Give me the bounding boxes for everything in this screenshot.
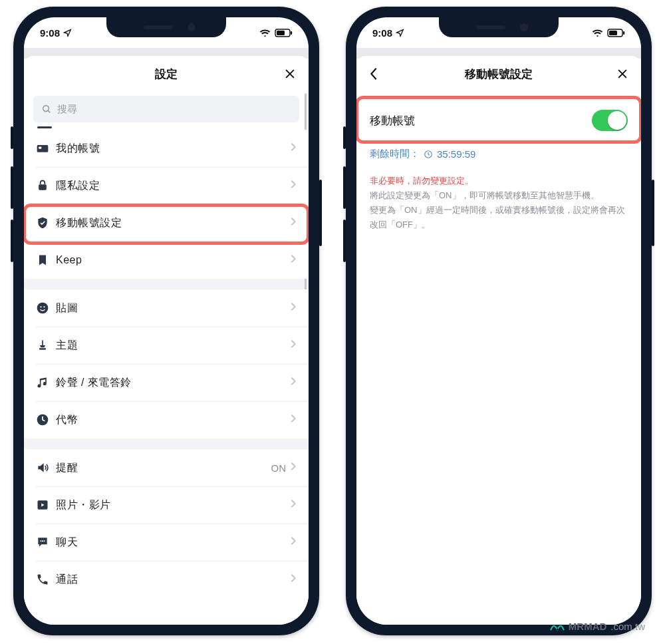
chevron-right-icon xyxy=(290,573,297,585)
shield-check-icon xyxy=(36,216,56,230)
search-placeholder: 搜尋 xyxy=(57,103,77,116)
row-transfer-account[interactable]: 移動帳號設定 xyxy=(24,204,309,242)
watermark-domain: .com.tw xyxy=(610,621,645,632)
note-line: 將此設定變更為「ON」，即可將帳號移動至其他智慧手機。 xyxy=(370,188,628,203)
toggle-label: 移動帳號 xyxy=(370,113,415,128)
row-notify[interactable]: 提醒 ON xyxy=(24,449,309,486)
wifi-icon xyxy=(592,29,603,37)
phone-icon xyxy=(36,573,56,586)
row-stickers[interactable]: 貼圖 xyxy=(24,289,309,327)
svg-rect-5 xyxy=(39,147,41,149)
chevron-right-icon xyxy=(290,462,297,474)
row-label: 隱私設定 xyxy=(56,179,290,193)
row-ringtone[interactable]: 鈴聲 / 來電答鈴 xyxy=(24,364,309,401)
chevron-right-icon xyxy=(290,217,297,229)
chevron-right-icon xyxy=(290,339,297,351)
watermark-brand: MRMAD xyxy=(569,621,607,632)
play-icon xyxy=(36,498,56,512)
row-media[interactable]: 照片・影片 xyxy=(24,486,309,524)
id-card-icon xyxy=(36,142,56,155)
lock-icon xyxy=(36,179,56,192)
chat-icon xyxy=(36,536,56,549)
row-label: 貼圖 xyxy=(56,301,290,315)
row-label: 提醒 xyxy=(56,461,271,475)
search-input[interactable]: 搜尋 xyxy=(33,96,299,122)
phone-left: 9:08 設定 xyxy=(13,7,319,635)
notch xyxy=(106,17,226,37)
speaker-icon xyxy=(36,461,56,474)
row-label: Keep xyxy=(56,254,290,266)
chevron-right-icon xyxy=(290,536,297,548)
toggle-row: 移動帳號 xyxy=(356,100,641,141)
row-themes[interactable]: 主題 xyxy=(24,327,309,364)
page-title: 設定 xyxy=(155,67,178,82)
chevron-right-icon xyxy=(290,142,297,154)
svg-rect-18 xyxy=(623,31,624,35)
row-keep[interactable]: Keep xyxy=(24,242,309,279)
bookmark-icon xyxy=(36,253,56,267)
row-label: 代幣 xyxy=(56,413,290,427)
phone-right: 9:08 移動帳號設定 xyxy=(346,7,652,635)
svg-point-9 xyxy=(43,306,45,307)
chevron-right-icon xyxy=(290,499,297,511)
status-time: 9:08 xyxy=(372,27,392,39)
time-value: 35:59:59 xyxy=(437,148,475,160)
note-text: 非必要時，請勿變更設定。 將此設定變更為「ON」，即可將帳號移動至其他智慧手機。… xyxy=(356,167,641,239)
row-chat[interactable]: 聊天 xyxy=(24,524,309,561)
chevron-right-icon xyxy=(290,302,297,314)
svg-point-7 xyxy=(37,303,49,314)
page-header: 移動帳號設定 xyxy=(356,56,641,92)
battery-icon xyxy=(607,29,625,37)
svg-point-14 xyxy=(42,540,43,542)
search-icon xyxy=(41,104,52,114)
smile-icon xyxy=(36,301,56,315)
close-button[interactable] xyxy=(614,66,630,82)
row-label: 鈴聲 / 來電答鈴 xyxy=(56,376,290,390)
row-call[interactable]: 通話 xyxy=(24,561,309,598)
section-divider xyxy=(24,438,309,449)
location-icon xyxy=(396,29,404,37)
row-privacy[interactable]: 隱私設定 xyxy=(24,167,309,204)
notch xyxy=(439,17,559,37)
watermark: MRMAD.com.tw xyxy=(550,621,645,632)
row-label: 通話 xyxy=(56,573,290,587)
location-icon xyxy=(63,29,72,37)
svg-rect-17 xyxy=(609,31,617,35)
svg-rect-4 xyxy=(37,145,49,152)
brush-icon xyxy=(36,339,56,352)
profile-handle xyxy=(37,126,52,128)
time-label: 剩餘時間： xyxy=(370,148,420,160)
chevron-right-icon xyxy=(290,414,297,426)
transfer-toggle[interactable] xyxy=(592,110,628,131)
remaining-time: 剩餘時間： 35:59:59 xyxy=(356,141,641,167)
svg-rect-1 xyxy=(277,31,285,35)
row-label: 聊天 xyxy=(56,536,290,550)
section-divider xyxy=(24,279,309,289)
svg-point-8 xyxy=(40,306,41,307)
svg-point-15 xyxy=(44,540,45,542)
settings-list[interactable]: 搜尋 我的帳號 隱私設定 xyxy=(24,92,309,625)
chevron-right-icon xyxy=(290,180,297,192)
battery-icon xyxy=(275,29,293,37)
chevron-right-icon xyxy=(290,254,297,266)
row-label: 我的帳號 xyxy=(56,142,290,156)
wifi-icon xyxy=(259,29,271,37)
status-time: 9:08 xyxy=(40,27,60,39)
page-title: 移動帳號設定 xyxy=(465,67,533,82)
chevron-right-icon xyxy=(290,377,297,389)
back-button[interactable] xyxy=(364,65,383,83)
clock-icon xyxy=(36,413,56,426)
close-button[interactable] xyxy=(282,66,298,82)
music-note-icon xyxy=(36,376,56,389)
row-account[interactable]: 我的帳號 xyxy=(24,130,309,167)
note-line: 變更為「ON」經過一定時間後，或確實移動帳號後，設定將會再次改回「OFF」。 xyxy=(370,203,628,232)
svg-rect-2 xyxy=(291,31,292,35)
logo-icon xyxy=(550,621,565,632)
row-value: ON xyxy=(271,462,287,474)
row-label: 主題 xyxy=(56,339,290,353)
warning-text: 非必要時，請勿變更設定。 xyxy=(370,174,628,188)
row-coins[interactable]: 代幣 xyxy=(24,401,309,438)
svg-rect-10 xyxy=(39,348,46,350)
row-label: 移動帳號設定 xyxy=(56,216,290,230)
transfer-settings: 移動帳號 剩餘時間： 35:59:59 非必要時，請勿變更設定。 將此設定變更為… xyxy=(356,92,641,625)
